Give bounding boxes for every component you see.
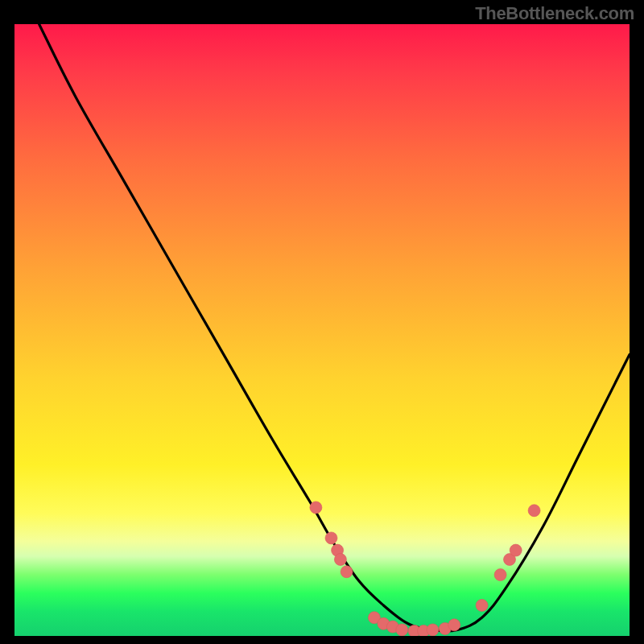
data-marker xyxy=(325,532,337,544)
curve-layer xyxy=(14,24,630,636)
data-marker xyxy=(396,624,408,636)
marker-group xyxy=(310,502,540,636)
data-marker xyxy=(334,554,346,566)
data-marker xyxy=(510,544,522,556)
chart-frame: TheBottleneck.com xyxy=(0,0,644,644)
attribution-text: TheBottleneck.com xyxy=(475,3,634,24)
data-marker xyxy=(494,569,506,581)
data-marker xyxy=(476,600,488,612)
data-marker xyxy=(427,624,439,636)
data-marker xyxy=(528,505,540,517)
data-marker xyxy=(341,566,353,578)
plot-area xyxy=(14,24,630,636)
data-marker xyxy=(310,502,322,514)
data-marker xyxy=(448,619,460,631)
